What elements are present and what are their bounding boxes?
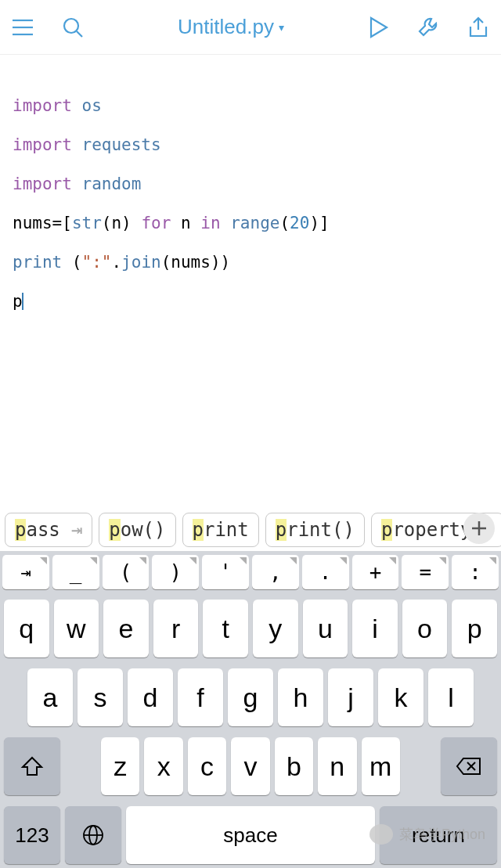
code-line-current: p bbox=[13, 292, 501, 312]
numeric-key[interactable]: 123 bbox=[4, 806, 60, 864]
symbol-row: ⇥ _ ( ) ' , . + = : bbox=[0, 551, 501, 593]
sym-quote[interactable]: ' bbox=[202, 555, 249, 589]
file-title: Untitled.py bbox=[178, 15, 274, 39]
key-b[interactable]: b bbox=[275, 737, 313, 795]
export-icon[interactable] bbox=[465, 14, 492, 41]
key-o[interactable]: o bbox=[402, 600, 448, 657]
space-key[interactable]: space bbox=[126, 806, 375, 864]
key-p[interactable]: p bbox=[452, 600, 497, 657]
menu-icon[interactable] bbox=[9, 14, 36, 41]
wrench-icon[interactable] bbox=[415, 14, 442, 41]
search-icon[interactable] bbox=[59, 14, 86, 41]
key-s[interactable]: s bbox=[77, 668, 123, 726]
key-u[interactable]: u bbox=[303, 600, 348, 657]
title-area[interactable]: Untitled.py▾ bbox=[127, 15, 335, 39]
key-h[interactable]: h bbox=[278, 668, 323, 726]
suggestion-pow[interactable]: pow() bbox=[99, 513, 175, 547]
key-w[interactable]: w bbox=[54, 600, 99, 657]
watermark-text: 菜鸟学Python bbox=[399, 825, 485, 844]
sym-lparen[interactable]: ( bbox=[103, 555, 150, 589]
svg-line-4 bbox=[77, 31, 82, 37]
key-r[interactable]: r bbox=[153, 600, 199, 657]
key-t[interactable]: t bbox=[203, 600, 248, 657]
svg-marker-5 bbox=[371, 18, 387, 37]
suggestion-print-call[interactable]: print() bbox=[265, 513, 365, 547]
toolbar: Untitled.py▾ bbox=[0, 0, 501, 55]
key-k[interactable]: k bbox=[378, 668, 424, 726]
tab-glyph-icon: ⇥ bbox=[71, 519, 82, 541]
sym-tab[interactable]: ⇥ bbox=[2, 555, 49, 589]
autocomplete-bar: pass⇥ pow() print print() property() op bbox=[0, 511, 501, 549]
key-i[interactable]: i bbox=[352, 600, 398, 657]
sym-colon[interactable]: : bbox=[452, 555, 499, 589]
key-g[interactable]: g bbox=[228, 668, 273, 726]
add-suggestion-icon[interactable] bbox=[463, 513, 495, 544]
run-icon[interactable] bbox=[365, 14, 391, 41]
toolbar-left bbox=[9, 14, 127, 41]
key-x[interactable]: x bbox=[144, 737, 182, 795]
key-e[interactable]: e bbox=[103, 600, 149, 657]
code-line: import os bbox=[13, 96, 501, 116]
sym-comma[interactable]: , bbox=[252, 555, 299, 589]
sym-equals[interactable]: = bbox=[402, 555, 449, 589]
suggestion-pass[interactable]: pass⇥ bbox=[5, 513, 92, 547]
code-line: import requests bbox=[13, 135, 501, 155]
key-d[interactable]: d bbox=[128, 668, 173, 726]
key-a[interactable]: a bbox=[27, 668, 73, 726]
sym-rparen[interactable]: ) bbox=[152, 555, 199, 589]
shift-key[interactable] bbox=[4, 737, 60, 795]
sym-dot[interactable]: . bbox=[302, 555, 349, 589]
sym-plus[interactable]: + bbox=[352, 555, 399, 589]
dropdown-caret-icon: ▾ bbox=[279, 21, 284, 34]
suggestion-print[interactable]: print bbox=[182, 513, 259, 547]
key-n[interactable]: n bbox=[318, 737, 356, 795]
code-line: nums=[str(n) for n in range(20)] bbox=[13, 214, 501, 233]
key-c[interactable]: c bbox=[188, 737, 226, 795]
svg-point-3 bbox=[64, 19, 78, 33]
code-line: print (":".join(nums)) bbox=[13, 253, 501, 272]
code-line: import random bbox=[13, 175, 501, 194]
keyboard-row-3: z x c v b n m bbox=[2, 737, 499, 795]
keyboard-row-1: q w e r t y u i o p bbox=[2, 600, 499, 657]
globe-key[interactable] bbox=[65, 806, 121, 864]
key-j[interactable]: j bbox=[328, 668, 373, 726]
code-editor[interactable]: import os import requests import random … bbox=[0, 55, 501, 331]
backspace-key[interactable] bbox=[441, 737, 497, 795]
key-m[interactable]: m bbox=[362, 737, 400, 795]
keyboard-row-2: a s d f g h j k l bbox=[2, 668, 499, 726]
key-z[interactable]: z bbox=[101, 737, 139, 795]
watermark: 菜鸟学Python bbox=[369, 824, 485, 845]
key-v[interactable]: v bbox=[231, 737, 269, 795]
key-q[interactable]: q bbox=[4, 600, 49, 657]
key-y[interactable]: y bbox=[253, 600, 298, 657]
key-f[interactable]: f bbox=[178, 668, 223, 726]
toolbar-right bbox=[335, 14, 492, 41]
key-l[interactable]: l bbox=[428, 668, 474, 726]
wechat-icon bbox=[369, 824, 393, 845]
sym-underscore[interactable]: _ bbox=[52, 555, 99, 589]
